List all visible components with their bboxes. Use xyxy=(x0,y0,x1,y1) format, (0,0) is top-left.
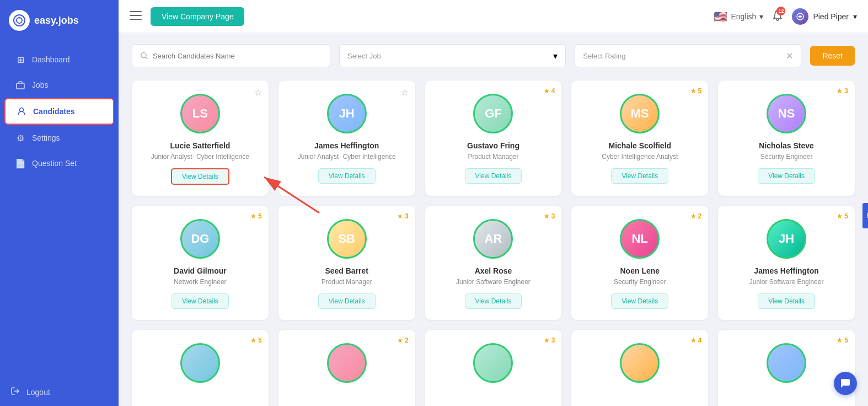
svg-point-0 xyxy=(14,15,25,26)
avatar: NS xyxy=(767,94,806,133)
rating-badge: ★ 3 xyxy=(544,336,555,344)
avatar xyxy=(767,343,806,383)
sidebar-item-label: Jobs xyxy=(32,81,49,89)
language-selector[interactable]: 🇺🇸 English ▾ xyxy=(714,10,763,23)
rating-badge: ★ 5 xyxy=(690,87,702,95)
logo-area: easy.jobs xyxy=(0,0,119,41)
feedback-tab[interactable]: Feedback xyxy=(862,203,868,228)
candidate-card: ★ 5 MS Michale Scolfield Cyber Intellige… xyxy=(571,81,708,196)
rating-value: 2 xyxy=(698,212,702,220)
view-details-button[interactable]: View Details xyxy=(611,168,668,184)
view-details-button[interactable]: View Details xyxy=(318,168,376,184)
star-icon: ★ xyxy=(690,212,696,220)
sidebar-item-settings[interactable]: ⚙ Settings xyxy=(4,126,114,150)
view-details-button[interactable]: View Details xyxy=(465,293,522,309)
candidate-card: ★ 5 xyxy=(132,330,269,406)
candidate-role: Product Manager xyxy=(322,278,372,286)
candidate-name: Noen Lene xyxy=(620,266,660,275)
avatar: JH xyxy=(767,219,806,259)
sidebar-item-jobs[interactable]: Jobs xyxy=(4,73,114,97)
select-rating-dropdown[interactable]: Select Rating ✕ xyxy=(575,44,801,67)
candidate-card: ★ 3 xyxy=(425,330,562,406)
rating-badge: ★ 3 xyxy=(397,212,409,220)
view-details-button[interactable]: View Details xyxy=(758,293,815,309)
sidebar-item-label: Dashboard xyxy=(32,55,70,64)
star-icon: ★ xyxy=(837,87,843,95)
candidate-card: ★ 3 AR Axel Rose Junior Software Enginee… xyxy=(425,206,562,320)
candidate-role: Junior Analyst- Cyber Intelligence xyxy=(298,153,396,161)
flag-icon: 🇺🇸 xyxy=(714,10,727,23)
view-details-button[interactable]: View Details xyxy=(465,168,522,184)
sidebar-item-dashboard[interactable]: ⊞ Dashboard xyxy=(4,47,114,72)
select-job-dropdown[interactable]: Select Job ▾ xyxy=(339,44,566,67)
star-icon: ★ xyxy=(690,87,696,95)
logout-button[interactable]: Logout xyxy=(0,378,119,406)
candidate-name: Lucie Satterfield xyxy=(170,141,230,150)
avatar xyxy=(620,343,660,383)
candidate-role: Junior Software Engineer xyxy=(456,278,531,286)
select-rating-clear-icon[interactable]: ✕ xyxy=(786,51,793,61)
star-icon: ★ xyxy=(837,336,843,344)
avatar xyxy=(180,343,220,383)
question-set-icon: 📄 xyxy=(15,158,25,168)
avatar xyxy=(327,343,367,383)
candidate-card: ☆ JH James Heffington Junior Analyst- Cy… xyxy=(278,81,415,196)
search-input[interactable] xyxy=(153,52,322,60)
lang-chevron-icon: ▾ xyxy=(759,12,763,21)
view-details-button[interactable]: View Details xyxy=(758,168,815,184)
candidate-role: Junior Software Engineer xyxy=(749,278,824,286)
rating-badge: ★ 5 xyxy=(250,336,262,344)
view-details-button[interactable]: View Details xyxy=(318,293,376,309)
company-chevron-icon: ▾ xyxy=(853,12,857,21)
avatar: SB xyxy=(327,219,367,259)
star-icon: ★ xyxy=(690,336,696,344)
menu-icon[interactable] xyxy=(130,10,142,23)
rating-badge: ★ 5 xyxy=(837,336,848,344)
notification-button[interactable]: 12 xyxy=(772,9,783,24)
rating-value: 2 xyxy=(405,336,409,344)
view-details-button[interactable]: View Details xyxy=(171,168,229,185)
candidate-card: ★ 3 SB Seed Barret Product Manager View … xyxy=(278,206,415,320)
rating-value: 5 xyxy=(844,212,848,220)
rating-badge: ★ 3 xyxy=(544,212,555,220)
candidate-role: Junior Analyst- Cyber Intelligence xyxy=(151,153,249,161)
rating-badge: ★ 5 xyxy=(837,212,848,220)
notification-badge: 12 xyxy=(776,7,785,15)
logo-icon xyxy=(9,10,30,31)
view-details-button[interactable]: View Details xyxy=(611,293,668,309)
rating-value: 3 xyxy=(551,336,555,344)
search-input-wrap[interactable] xyxy=(132,44,330,67)
sidebar-item-question-set[interactable]: 📄 Question Set xyxy=(4,151,114,175)
svg-rect-6 xyxy=(130,15,142,16)
svg-rect-7 xyxy=(130,19,142,20)
sidebar-item-label: Question Set xyxy=(32,159,77,168)
sidebar-item-label: Settings xyxy=(32,133,60,142)
sidebar-item-candidates[interactable]: Candidates xyxy=(4,98,114,125)
jobs-icon xyxy=(15,80,25,90)
svg-rect-5 xyxy=(130,11,142,12)
logout-label: Logout xyxy=(26,388,50,397)
star-icon: ★ xyxy=(544,212,550,220)
rating-value: 5 xyxy=(844,336,848,344)
rating-badge: ★ 5 xyxy=(250,212,262,220)
avatar: GF xyxy=(473,94,513,133)
candidate-card: ☆ LS Lucie Satterfield Junior Analyst- C… xyxy=(132,81,269,196)
avatar: JH xyxy=(327,94,367,133)
avatar: LS xyxy=(180,94,220,133)
candidate-card: ★ 4 GF Gustavo Fring Product Manager Vie… xyxy=(425,81,562,196)
candidate-role: Security Engineer xyxy=(614,278,666,286)
reset-button[interactable]: Reset xyxy=(810,46,855,66)
candidate-name: David Gilmour xyxy=(174,266,227,275)
candidate-card: ★ 2 xyxy=(278,330,415,406)
avatar: MS xyxy=(620,94,660,133)
candidate-card: ★ 3 NS Nicholas Steve Security Engineer … xyxy=(718,81,855,196)
avatar: AR xyxy=(473,219,513,259)
language-label: English xyxy=(731,12,756,21)
chat-bubble[interactable] xyxy=(834,372,857,395)
select-rating-label: Select Rating xyxy=(583,52,625,60)
select-job-label: Select Job xyxy=(347,52,381,60)
view-details-button[interactable]: View Details xyxy=(172,293,229,309)
candidate-name: Axel Rose xyxy=(475,266,512,275)
view-company-button[interactable]: View Company Page xyxy=(151,7,244,26)
sidebar-nav: ⊞ Dashboard Jobs Candidates ⚙ Se xyxy=(0,41,119,378)
